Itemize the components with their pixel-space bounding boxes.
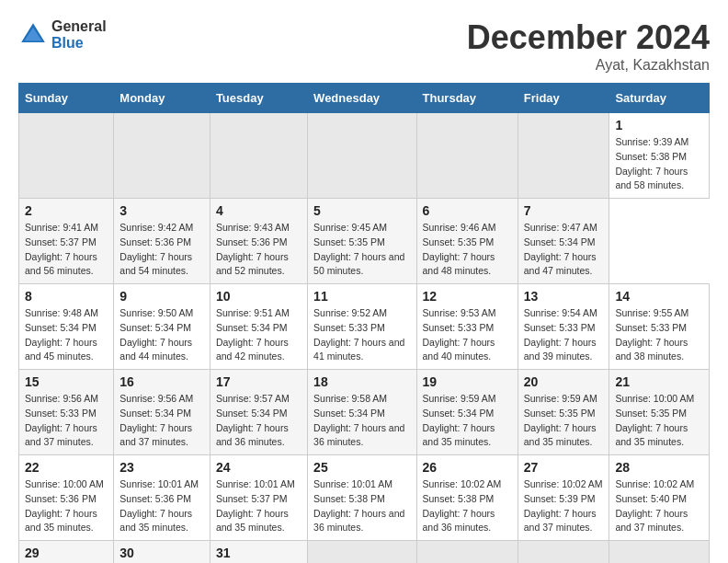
day-detail: Sunrise: 9:43 AMSunset: 5:36 PMDaylight:… (216, 221, 301, 279)
day-number: 19 (423, 374, 512, 389)
calendar-cell: 24Sunrise: 10:01 AMSunset: 5:37 PMDaylig… (210, 455, 307, 541)
calendar-cell: 4Sunrise: 9:43 AMSunset: 5:36 PMDaylight… (210, 199, 307, 284)
calendar-cell: 7Sunrise: 9:47 AMSunset: 5:34 PMDaylight… (518, 199, 609, 284)
day-number: 27 (524, 460, 604, 475)
day-detail: Sunrise: 10:00 AMSunset: 5:36 PMDaylight… (25, 477, 108, 535)
day-number: 28 (615, 460, 703, 475)
week-row-4: 22Sunrise: 10:00 AMSunset: 5:36 PMDaylig… (19, 455, 710, 541)
day-number: 12 (423, 289, 512, 304)
day-number: 11 (313, 289, 410, 304)
calendar-cell: 15Sunrise: 9:56 AMSunset: 5:33 PMDayligh… (19, 370, 114, 455)
calendar-cell: 29Sunrise: 10:02 AMSunset: 5:41 PMDaylig… (19, 541, 114, 564)
day-number: 15 (25, 374, 108, 389)
day-detail: Sunrise: 9:39 AMSunset: 5:38 PMDaylight:… (615, 135, 703, 193)
day-number: 18 (313, 374, 410, 389)
calendar-table: SundayMondayTuesdayWednesdayThursdayFrid… (18, 83, 710, 563)
calendar-cell: 22Sunrise: 10:00 AMSunset: 5:36 PMDaylig… (19, 455, 114, 541)
calendar-cell: 31Sunrise: 10:02 AMSunset: 5:43 PMDaylig… (210, 541, 307, 564)
logo-general-text: General (51, 18, 107, 35)
header-row: SundayMondayTuesdayWednesdayThursdayFrid… (19, 84, 710, 113)
day-detail: Sunrise: 10:02 AMSunset: 5:40 PMDaylight… (615, 477, 703, 535)
day-number: 4 (216, 203, 301, 218)
calendar-cell (416, 541, 518, 564)
day-detail: Sunrise: 9:42 AMSunset: 5:36 PMDaylight:… (119, 221, 204, 279)
day-number: 7 (524, 203, 604, 218)
header-cell-monday: Monday (114, 84, 210, 113)
day-detail: Sunrise: 9:52 AMSunset: 5:33 PMDaylight:… (313, 306, 410, 364)
day-detail: Sunrise: 9:56 AMSunset: 5:34 PMDaylight:… (119, 392, 204, 450)
calendar-cell (518, 541, 609, 564)
day-number: 30 (119, 546, 204, 560)
logo-icon (18, 20, 48, 50)
day-detail: Sunrise: 9:47 AMSunset: 5:34 PMDaylight:… (524, 221, 604, 279)
week-row-0: 1Sunrise: 9:39 AMSunset: 5:38 PMDaylight… (19, 113, 710, 199)
day-number: 31 (216, 546, 301, 560)
calendar-cell (308, 113, 416, 199)
calendar-cell (416, 113, 518, 199)
day-number: 23 (119, 460, 204, 475)
title-area: December 2024 Ayat, Kazakhstan (467, 18, 710, 74)
week-row-5: 29Sunrise: 10:02 AMSunset: 5:41 PMDaylig… (19, 541, 710, 564)
day-number: 26 (423, 460, 512, 475)
calendar-cell: 1Sunrise: 9:39 AMSunset: 5:38 PMDaylight… (609, 113, 710, 199)
day-detail: Sunrise: 9:58 AMSunset: 5:34 PMDaylight:… (313, 392, 410, 450)
day-number: 16 (119, 374, 204, 389)
calendar-cell (609, 541, 710, 564)
day-detail: Sunrise: 10:01 AMSunset: 5:38 PMDaylight… (313, 477, 410, 535)
day-number: 22 (25, 460, 108, 475)
day-detail: Sunrise: 10:01 AMSunset: 5:36 PMDaylight… (119, 477, 204, 535)
day-detail: Sunrise: 10:02 AMSunset: 5:38 PMDaylight… (423, 477, 512, 535)
logo: General Blue (18, 18, 107, 51)
day-number: 14 (615, 289, 703, 304)
calendar-cell: 18Sunrise: 9:58 AMSunset: 5:34 PMDayligh… (308, 370, 416, 455)
calendar-cell: 11Sunrise: 9:52 AMSunset: 5:33 PMDayligh… (308, 284, 416, 370)
week-row-3: 15Sunrise: 9:56 AMSunset: 5:33 PMDayligh… (19, 370, 710, 455)
header-cell-friday: Friday (518, 84, 609, 113)
calendar-cell: 30Sunrise: 10:02 AMSunset: 5:42 PMDaylig… (114, 541, 210, 564)
calendar-cell: 21Sunrise: 10:00 AMSunset: 5:35 PMDaylig… (609, 370, 710, 455)
calendar-cell: 23Sunrise: 10:01 AMSunset: 5:36 PMDaylig… (114, 455, 210, 541)
header-cell-thursday: Thursday (416, 84, 518, 113)
day-number: 2 (25, 203, 108, 218)
day-detail: Sunrise: 9:54 AMSunset: 5:33 PMDaylight:… (524, 306, 604, 364)
day-number: 8 (25, 289, 108, 304)
calendar-header: SundayMondayTuesdayWednesdayThursdayFrid… (19, 84, 710, 113)
calendar-cell: 17Sunrise: 9:57 AMSunset: 5:34 PMDayligh… (210, 370, 307, 455)
day-detail: Sunrise: 9:46 AMSunset: 5:35 PMDaylight:… (423, 221, 512, 279)
calendar-cell: 8Sunrise: 9:48 AMSunset: 5:34 PMDaylight… (19, 284, 114, 370)
calendar-cell: 2Sunrise: 9:41 AMSunset: 5:37 PMDaylight… (19, 199, 114, 284)
day-detail: Sunrise: 10:00 AMSunset: 5:35 PMDaylight… (615, 392, 703, 450)
calendar-cell: 14Sunrise: 9:55 AMSunset: 5:33 PMDayligh… (609, 284, 710, 370)
calendar-body: 1Sunrise: 9:39 AMSunset: 5:38 PMDaylight… (19, 113, 710, 564)
day-detail: Sunrise: 9:53 AMSunset: 5:33 PMDaylight:… (423, 306, 512, 364)
day-detail: Sunrise: 10:02 AMSunset: 5:39 PMDaylight… (524, 477, 604, 535)
header-cell-sunday: Sunday (19, 84, 114, 113)
day-detail: Sunrise: 10:01 AMSunset: 5:37 PMDaylight… (216, 477, 301, 535)
day-number: 10 (216, 289, 301, 304)
day-number: 5 (313, 203, 410, 218)
day-detail: Sunrise: 9:50 AMSunset: 5:34 PMDaylight:… (119, 306, 204, 364)
day-number: 29 (25, 546, 108, 560)
day-detail: Sunrise: 9:48 AMSunset: 5:34 PMDaylight:… (25, 306, 108, 364)
calendar-cell: 19Sunrise: 9:59 AMSunset: 5:34 PMDayligh… (416, 370, 518, 455)
calendar-cell: 13Sunrise: 9:54 AMSunset: 5:33 PMDayligh… (518, 284, 609, 370)
day-detail: Sunrise: 9:57 AMSunset: 5:34 PMDaylight:… (216, 392, 301, 450)
header-cell-tuesday: Tuesday (210, 84, 307, 113)
calendar-cell: 16Sunrise: 9:56 AMSunset: 5:34 PMDayligh… (114, 370, 210, 455)
calendar-cell (308, 541, 416, 564)
logo-text: General Blue (51, 18, 107, 51)
header: General Blue December 2024 Ayat, Kazakhs… (18, 18, 710, 74)
day-detail: Sunrise: 9:51 AMSunset: 5:34 PMDaylight:… (216, 306, 301, 364)
calendar-cell: 9Sunrise: 9:50 AMSunset: 5:34 PMDaylight… (114, 284, 210, 370)
day-number: 17 (216, 374, 301, 389)
day-detail: Sunrise: 9:59 AMSunset: 5:35 PMDaylight:… (524, 392, 604, 450)
calendar-cell: 26Sunrise: 10:02 AMSunset: 5:38 PMDaylig… (416, 455, 518, 541)
calendar-cell: 28Sunrise: 10:02 AMSunset: 5:40 PMDaylig… (609, 455, 710, 541)
calendar-cell: 12Sunrise: 9:53 AMSunset: 5:33 PMDayligh… (416, 284, 518, 370)
day-detail: Sunrise: 9:56 AMSunset: 5:33 PMDaylight:… (25, 392, 108, 450)
calendar-cell: 3Sunrise: 9:42 AMSunset: 5:36 PMDaylight… (114, 199, 210, 284)
day-number: 20 (524, 374, 604, 389)
calendar-cell: 20Sunrise: 9:59 AMSunset: 5:35 PMDayligh… (518, 370, 609, 455)
day-number: 3 (119, 203, 204, 218)
header-cell-saturday: Saturday (609, 84, 710, 113)
